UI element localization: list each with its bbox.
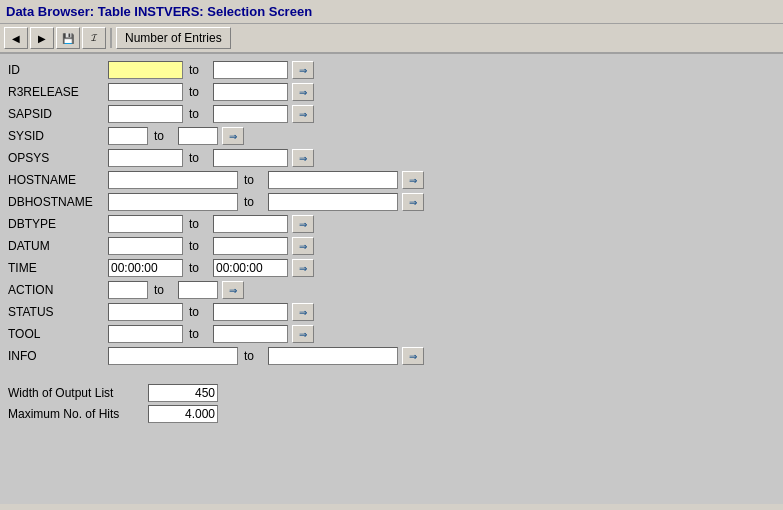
field-row-hostname: HOSTNAMEto⇒ [8, 170, 775, 190]
arrow-btn-time[interactable]: ⇒ [292, 259, 314, 277]
arrow-btn-info[interactable]: ⇒ [402, 347, 424, 365]
field-label-sapsid: SAPSID [8, 107, 108, 121]
arrow-btn-tool[interactable]: ⇒ [292, 325, 314, 343]
field-from-sysid[interactable] [108, 127, 148, 145]
field-row-datum: DATUMto⇒ [8, 236, 775, 256]
max-hits-input[interactable] [148, 405, 218, 423]
field-row-dbhostname: DBHOSTNAMEto⇒ [8, 192, 775, 212]
field-row-sysid: SYSIDto⇒ [8, 126, 775, 146]
field-label-tool: TOOL [8, 327, 108, 341]
title-text: Data Browser: Table INSTVERS: Selection … [6, 4, 312, 19]
field-row-opsys: OPSYSto⇒ [8, 148, 775, 168]
field-label-status: STATUS [8, 305, 108, 319]
to-label-datum: to [183, 239, 213, 253]
field-from-action[interactable] [108, 281, 148, 299]
field-label-action: ACTION [8, 283, 108, 297]
field-to-id[interactable] [213, 61, 288, 79]
arrow-btn-status[interactable]: ⇒ [292, 303, 314, 321]
field-to-tool[interactable] [213, 325, 288, 343]
field-to-dbhostname[interactable] [268, 193, 398, 211]
field-to-dbtype[interactable] [213, 215, 288, 233]
field-row-dbtype: DBTYPEto⇒ [8, 214, 775, 234]
field-label-time: TIME [8, 261, 108, 275]
arrow-btn-dbhostname[interactable]: ⇒ [402, 193, 424, 211]
arrow-btn-dbtype[interactable]: ⇒ [292, 215, 314, 233]
field-to-sapsid[interactable] [213, 105, 288, 123]
field-to-hostname[interactable] [268, 171, 398, 189]
field-from-tool[interactable] [108, 325, 183, 343]
bottom-section: Width of Output List Maximum No. of Hits [8, 384, 775, 423]
field-from-dbtype[interactable] [108, 215, 183, 233]
num-entries-button[interactable]: Number of Entries [116, 27, 231, 49]
to-label-r3release: to [183, 85, 213, 99]
to-label-hostname: to [238, 173, 268, 187]
toolbar: ◀ ▶ 💾 𝓘 Number of Entries [0, 24, 783, 54]
arrow-btn-r3release[interactable]: ⇒ [292, 83, 314, 101]
field-to-time[interactable] [213, 259, 288, 277]
field-from-status[interactable] [108, 303, 183, 321]
field-from-dbhostname[interactable] [108, 193, 238, 211]
section-gap [8, 368, 775, 376]
field-from-hostname[interactable] [108, 171, 238, 189]
field-to-action[interactable] [178, 281, 218, 299]
save-btn[interactable]: 💾 [56, 27, 80, 49]
title-bar: Data Browser: Table INSTVERS: Selection … [0, 0, 783, 24]
field-label-dbtype: DBTYPE [8, 217, 108, 231]
width-input[interactable] [148, 384, 218, 402]
field-to-datum[interactable] [213, 237, 288, 255]
to-label-opsys: to [183, 151, 213, 165]
info-btn[interactable]: 𝓘 [82, 27, 106, 49]
field-label-dbhostname: DBHOSTNAME [8, 195, 108, 209]
arrow-btn-id[interactable]: ⇒ [292, 61, 314, 79]
field-label-hostname: HOSTNAME [8, 173, 108, 187]
to-label-sysid: to [148, 129, 178, 143]
toolbar-separator [110, 28, 112, 48]
arrow-btn-action[interactable]: ⇒ [222, 281, 244, 299]
to-label-id: to [183, 63, 213, 77]
arrow-btn-hostname[interactable]: ⇒ [402, 171, 424, 189]
field-to-r3release[interactable] [213, 83, 288, 101]
field-from-info[interactable] [108, 347, 238, 365]
field-from-opsys[interactable] [108, 149, 183, 167]
field-to-status[interactable] [213, 303, 288, 321]
arrow-btn-sapsid[interactable]: ⇒ [292, 105, 314, 123]
field-label-info: INFO [8, 349, 108, 363]
field-row-time: TIMEto⇒ [8, 258, 775, 278]
field-to-info[interactable] [268, 347, 398, 365]
field-from-datum[interactable] [108, 237, 183, 255]
to-label-status: to [183, 305, 213, 319]
arrow-btn-datum[interactable]: ⇒ [292, 237, 314, 255]
back-btn[interactable]: ◀ [4, 27, 28, 49]
arrow-btn-opsys[interactable]: ⇒ [292, 149, 314, 167]
to-label-sapsid: to [183, 107, 213, 121]
to-label-time: to [183, 261, 213, 275]
field-row-sapsid: SAPSIDto⇒ [8, 104, 775, 124]
field-row-tool: TOOLto⇒ [8, 324, 775, 344]
field-to-opsys[interactable] [213, 149, 288, 167]
to-label-dbhostname: to [238, 195, 268, 209]
arrow-btn-sysid[interactable]: ⇒ [222, 127, 244, 145]
to-label-info: to [238, 349, 268, 363]
field-row-action: ACTIONto⇒ [8, 280, 775, 300]
max-hits-row: Maximum No. of Hits [8, 405, 775, 423]
forward-btn[interactable]: ▶ [30, 27, 54, 49]
field-to-sysid[interactable] [178, 127, 218, 145]
field-label-sysid: SYSID [8, 129, 108, 143]
width-row: Width of Output List [8, 384, 775, 402]
main-content: IDto⇒R3RELEASEto⇒SAPSIDto⇒SYSIDto⇒OPSYSt… [0, 54, 783, 504]
field-row-status: STATUSto⇒ [8, 302, 775, 322]
field-label-opsys: OPSYS [8, 151, 108, 165]
to-label-action: to [148, 283, 178, 297]
field-row-r3release: R3RELEASEto⇒ [8, 82, 775, 102]
field-label-id: ID [8, 63, 108, 77]
fields-container: IDto⇒R3RELEASEto⇒SAPSIDto⇒SYSIDto⇒OPSYSt… [8, 60, 775, 366]
width-label: Width of Output List [8, 386, 148, 400]
field-from-time[interactable] [108, 259, 183, 277]
field-label-r3release: R3RELEASE [8, 85, 108, 99]
field-from-sapsid[interactable] [108, 105, 183, 123]
to-label-dbtype: to [183, 217, 213, 231]
field-from-id[interactable] [108, 61, 183, 79]
field-from-r3release[interactable] [108, 83, 183, 101]
max-hits-label: Maximum No. of Hits [8, 407, 148, 421]
field-row-info: INFOto⇒ [8, 346, 775, 366]
